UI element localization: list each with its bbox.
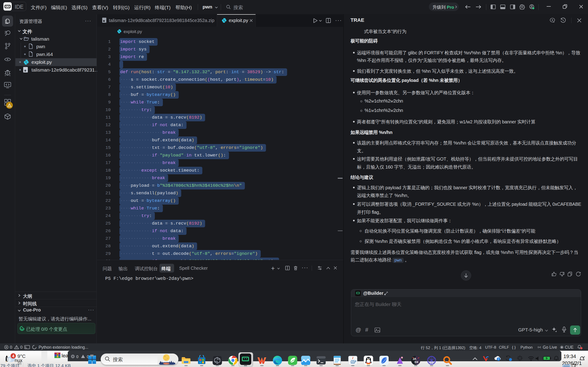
svg-text:DX: DX — [415, 361, 418, 364]
svg-text:z: z — [584, 356, 585, 358]
svg-text:JA: JA — [413, 357, 416, 361]
